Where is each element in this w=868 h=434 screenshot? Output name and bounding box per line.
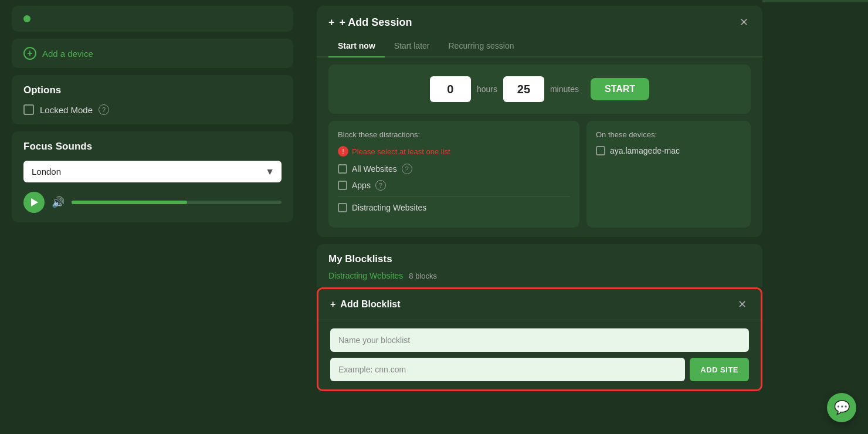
add-blocklist-title: + Add Blocklist: [330, 299, 401, 310]
left-panel: + Add a device Options Locked Mode ? Foc…: [0, 0, 305, 434]
apps-row: Apps ?: [338, 180, 570, 191]
modal-title: + + Add Session: [328, 16, 412, 29]
distracting-websites-checkbox[interactable]: [338, 203, 347, 212]
blocklists-section: My Blocklists Distracting Websites 8 blo…: [317, 244, 762, 287]
block-section-title: Block these distractions:: [338, 130, 570, 139]
blocklist-name-input[interactable]: [330, 328, 749, 352]
volume-icon: 🔊: [52, 196, 65, 209]
divider: [338, 196, 570, 197]
chat-support-button[interactable]: 💬: [827, 393, 856, 422]
options-section: Options Locked Mode ?: [12, 75, 293, 124]
start-button[interactable]: START: [591, 78, 649, 100]
all-websites-checkbox[interactable]: [338, 164, 347, 174]
tab-start-later[interactable]: Start later: [385, 36, 439, 56]
chat-icon: 💬: [834, 400, 850, 415]
blocklists-title: My Blocklists: [328, 253, 751, 265]
minutes-label: minutes: [550, 84, 579, 94]
device-online-dot: [23, 15, 30, 22]
hours-input[interactable]: [430, 76, 471, 102]
device-row: aya.lamagede-mac: [596, 146, 741, 155]
distracting-websites-row: Distracting Websites: [338, 203, 570, 212]
site-url-input[interactable]: [330, 358, 685, 381]
modal-close-button[interactable]: ✕: [737, 15, 751, 29]
apps-help-icon[interactable]: ?: [375, 180, 386, 191]
add-site-button[interactable]: ADD SITE: [690, 358, 749, 381]
blocklist-item-count: 8 blocks: [409, 272, 437, 280]
devices-panel: On these devices: aya.lamagede-mac: [586, 121, 751, 228]
device-status: [12, 6, 293, 32]
add-blocklist-body: ADD SITE: [318, 320, 761, 389]
sound-select-wrapper: London Rain Cafe Forest Ocean White Nois…: [23, 161, 282, 182]
volume-bar[interactable]: [72, 201, 282, 204]
locked-mode-row: Locked Mode ?: [23, 104, 282, 115]
add-blocklist-close-button[interactable]: ✕: [735, 297, 749, 311]
modal-header: + + Add Session ✕: [317, 6, 762, 36]
tabs-row: Start now Start later Recurring session: [317, 36, 762, 57]
add-device-plus-icon: +: [23, 47, 36, 60]
main-content: + + Add Session ✕ Start now Start later …: [317, 0, 762, 434]
timer-row: hours minutes START: [328, 65, 751, 114]
device-name-label: aya.lamagede-mac: [610, 146, 680, 155]
locked-mode-help-icon[interactable]: ?: [99, 104, 109, 115]
apps-label: Apps: [352, 181, 371, 190]
error-text: Please select at least one list: [352, 147, 450, 156]
sound-select[interactable]: London Rain Cafe Forest Ocean White Nois…: [23, 161, 282, 182]
distracting-websites-label: Distracting Websites: [352, 203, 426, 212]
add-device-button[interactable]: + Add a device: [12, 39, 293, 68]
devices-section-title: On these devices:: [596, 130, 741, 139]
block-distractions-panel: Block these distractions: ! Please selec…: [328, 121, 579, 228]
add-blocklist-title-text: Add Blocklist: [340, 299, 400, 310]
blocklist-item: Distracting Websites 8 blocks: [328, 271, 751, 280]
device-checkbox[interactable]: [596, 146, 605, 155]
all-websites-label: All Websites: [352, 164, 397, 174]
focus-sounds-title: Focus Sounds: [23, 141, 282, 152]
add-session-modal: + + Add Session ✕ Start now Start later …: [317, 6, 762, 237]
blocklist-item-name[interactable]: Distracting Websites: [328, 271, 403, 280]
add-device-label: Add a device: [42, 49, 93, 59]
add-blocklist-modal: + Add Blocklist ✕ ADD SITE: [317, 287, 762, 391]
play-button[interactable]: [23, 192, 45, 213]
block-area: Block these distractions: ! Please selec…: [328, 121, 751, 228]
error-message: ! Please select at least one list: [338, 146, 570, 157]
hours-label: hours: [477, 84, 497, 94]
modal-plus-icon: +: [328, 16, 335, 29]
all-websites-help-icon[interactable]: ?: [402, 164, 412, 174]
player-row: 🔊: [23, 192, 282, 213]
add-blocklist-plus-icon: +: [330, 299, 335, 310]
minutes-input[interactable]: [503, 76, 544, 102]
options-title: Options: [23, 84, 282, 96]
locked-mode-label: Locked Mode: [40, 105, 93, 115]
focus-sounds-section: Focus Sounds London Rain Cafe Forest Oce…: [12, 131, 293, 222]
apps-checkbox[interactable]: [338, 181, 347, 190]
tab-start-now[interactable]: Start now: [328, 36, 385, 56]
tab-recurring-session[interactable]: Recurring session: [439, 36, 523, 56]
modal-title-text: + Add Session: [340, 16, 412, 29]
add-site-row: ADD SITE: [330, 358, 749, 381]
volume-fill: [72, 201, 187, 204]
locked-mode-checkbox[interactable]: [23, 104, 34, 115]
add-blocklist-header: + Add Blocklist ✕: [318, 289, 761, 320]
all-websites-row: All Websites ?: [338, 164, 570, 174]
error-icon: !: [338, 146, 348, 157]
